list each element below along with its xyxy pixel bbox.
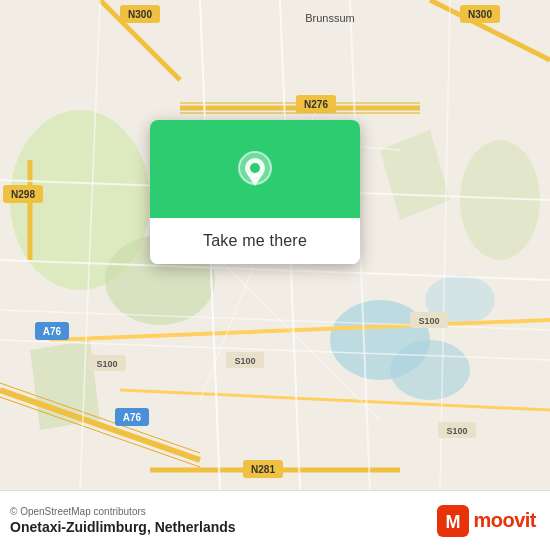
moovit-icon-svg: M	[437, 505, 469, 537]
popup-card: Take me there	[150, 120, 360, 264]
svg-text:N300: N300	[468, 9, 492, 20]
location-name: Onetaxi-Zuidlimburg, Netherlands	[10, 519, 236, 535]
take-me-there-button[interactable]: Take me there	[150, 218, 360, 264]
svg-text:S100: S100	[418, 316, 439, 326]
svg-text:S100: S100	[446, 426, 467, 436]
popup-green-header	[150, 120, 360, 218]
bottom-left: © OpenStreetMap contributors Onetaxi-Zui…	[10, 506, 236, 535]
svg-point-5	[390, 340, 470, 400]
svg-text:S100: S100	[96, 359, 117, 369]
moovit-text: moovit	[473, 509, 536, 532]
svg-text:S100: S100	[234, 356, 255, 366]
copyright-text: © OpenStreetMap contributors	[10, 506, 236, 517]
location-pin-icon	[230, 148, 280, 198]
svg-text:N300: N300	[128, 9, 152, 20]
svg-text:Brunssum: Brunssum	[305, 12, 355, 24]
svg-point-59	[250, 163, 260, 173]
moovit-logo: M moovit	[437, 505, 536, 537]
svg-marker-7	[30, 340, 100, 430]
svg-text:N276: N276	[304, 99, 328, 110]
svg-text:A76: A76	[43, 326, 62, 337]
bottom-bar: © OpenStreetMap contributors Onetaxi-Zui…	[0, 490, 550, 550]
svg-text:N281: N281	[251, 464, 275, 475]
map-container: N276 N300 N300 N298 A76 A76 S100 S100 S1…	[0, 0, 550, 490]
svg-text:A76: A76	[123, 412, 142, 423]
svg-text:M: M	[446, 512, 461, 532]
svg-text:N298: N298	[11, 189, 35, 200]
